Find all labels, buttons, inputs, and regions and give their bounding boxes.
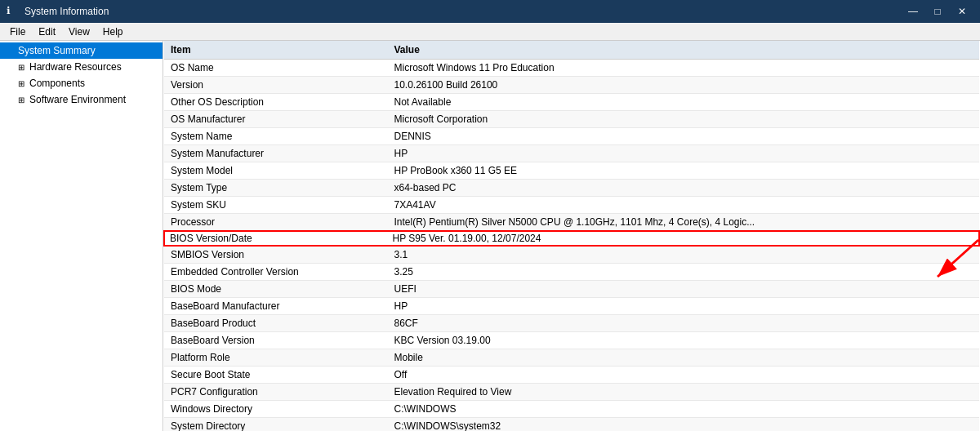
- expand-icon-system-summary: [5, 46, 15, 56]
- table-cell-item: System Directory: [164, 418, 387, 432]
- table-cell-value: HP ProBook x360 11 G5 EE: [387, 162, 979, 180]
- table-row: BIOS Version/DateHP S95 Ver. 01.19.00, 1…: [164, 231, 979, 246]
- table-cell-item: System Type: [164, 180, 387, 197]
- window-title: System Information: [24, 6, 109, 17]
- table-row: BIOS ModeUEFI: [164, 281, 979, 298]
- table-cell-value: Microsoft Windows 11 Pro Education: [387, 60, 979, 77]
- system-info-table: Item Value OS NameMicrosoft Windows 11 P…: [163, 41, 980, 431]
- table-row: BaseBoard VersionKBC Version 03.19.00: [164, 332, 979, 349]
- sidebar-item-components[interactable]: ⊞ Components: [0, 75, 163, 91]
- table-cell-item: Embedded Controller Version: [164, 264, 387, 281]
- table-row: BaseBoard Product86CF: [164, 315, 979, 332]
- sidebar-label-components: Components: [29, 78, 85, 89]
- table-cell-value: 86CF: [387, 315, 979, 332]
- expand-icon-hardware-resources: ⊞: [16, 62, 26, 72]
- table-cell-value: Off: [387, 367, 979, 384]
- table-cell-item: OS Name: [164, 60, 387, 77]
- table-row: Platform RoleMobile: [164, 349, 979, 367]
- table-cell-item: Secure Boot State: [164, 367, 387, 384]
- content-area: Item Value OS NameMicrosoft Windows 11 P…: [163, 41, 980, 431]
- table-row: Windows DirectoryC:\WINDOWS: [164, 401, 979, 418]
- table-cell-item: BaseBoard Product: [164, 315, 387, 332]
- sidebar-item-hardware-resources[interactable]: ⊞ Hardware Resources: [0, 59, 163, 75]
- table-cell-item: Processor: [164, 214, 387, 232]
- app-icon: ℹ: [7, 5, 20, 18]
- close-button[interactable]: ✕: [951, 3, 973, 20]
- table-cell-item: System SKU: [164, 197, 387, 214]
- table-cell-value: C:\WINDOWS: [387, 401, 979, 418]
- table-cell-value: HP: [387, 298, 979, 315]
- table-row: System DirectoryC:\WINDOWS\system32: [164, 418, 979, 432]
- expand-icon-components: ⊞: [16, 78, 26, 88]
- sidebar-label-software-environment: Software Environment: [29, 94, 126, 105]
- table-row: Secure Boot StateOff: [164, 367, 979, 384]
- title-bar-left: ℹ System Information: [7, 5, 109, 18]
- table-cell-item: OS Manufacturer: [164, 111, 387, 128]
- table-cell-value: C:\WINDOWS\system32: [387, 418, 979, 432]
- table-cell-value: 10.0.26100 Build 26100: [387, 77, 979, 94]
- table-row: System ModelHP ProBook x360 11 G5 EE: [164, 162, 979, 180]
- table-cell-item: Platform Role: [164, 349, 387, 367]
- sidebar-label-system-summary: System Summary: [18, 45, 96, 56]
- menu-edit[interactable]: Edit: [32, 24, 62, 39]
- table-cell-item: Other OS Description: [164, 94, 387, 111]
- table-cell-value: Not Available: [387, 94, 979, 111]
- table-cell-item: BaseBoard Manufacturer: [164, 298, 387, 315]
- table-cell-value: 3.25: [387, 264, 979, 281]
- menu-view[interactable]: View: [62, 24, 96, 39]
- table-cell-value: HP: [387, 145, 979, 162]
- table-cell-value: HP S95 Ver. 01.19.00, 12/07/2024: [387, 231, 979, 246]
- table-cell-item: PCR7 Configuration: [164, 384, 387, 401]
- sidebar-item-system-summary[interactable]: System Summary: [0, 42, 163, 59]
- menu-file[interactable]: File: [3, 24, 32, 39]
- table-cell-item: System Model: [164, 162, 387, 180]
- table-cell-item: SMBIOS Version: [164, 246, 387, 264]
- table-cell-value: Elevation Required to View: [387, 384, 979, 401]
- title-bar: ℹ System Information — □ ✕: [0, 0, 980, 23]
- table-row: Embedded Controller Version3.25: [164, 264, 979, 281]
- table-row: PCR7 ConfigurationElevation Required to …: [164, 384, 979, 401]
- main-container: System Summary ⊞ Hardware Resources ⊞ Co…: [0, 41, 980, 431]
- table-row: System NameDENNIS: [164, 128, 979, 145]
- window-controls: — □ ✕: [902, 3, 973, 20]
- table-cell-item: System Name: [164, 128, 387, 145]
- table-cell-value: 7XA41AV: [387, 197, 979, 214]
- table-cell-item: BIOS Version/Date: [164, 231, 387, 246]
- table-row: BaseBoard ManufacturerHP: [164, 298, 979, 315]
- table-row: Other OS DescriptionNot Available: [164, 94, 979, 111]
- expand-icon-software-environment: ⊞: [16, 95, 26, 104]
- sidebar-item-software-environment[interactable]: ⊞ Software Environment: [0, 91, 163, 108]
- table-row: System ManufacturerHP: [164, 145, 979, 162]
- table-cell-item: Version: [164, 77, 387, 94]
- menu-help[interactable]: Help: [96, 24, 130, 39]
- table-cell-value: x64-based PC: [387, 180, 979, 197]
- table-row: Version10.0.26100 Build 26100: [164, 77, 979, 94]
- table-cell-item: Windows Directory: [164, 401, 387, 418]
- table-cell-item: System Manufacturer: [164, 145, 387, 162]
- table-cell-value: UEFI: [387, 281, 979, 298]
- table-cell-item: BIOS Mode: [164, 281, 387, 298]
- table-cell-value: Mobile: [387, 349, 979, 367]
- menu-bar: File Edit View Help: [0, 23, 980, 41]
- column-header-item: Item: [164, 41, 387, 60]
- maximize-button[interactable]: □: [926, 3, 949, 20]
- minimize-button[interactable]: —: [902, 3, 924, 20]
- table-cell-item: BaseBoard Version: [164, 332, 387, 349]
- table-cell-value: 3.1: [387, 246, 979, 264]
- table-header-row: Item Value: [164, 41, 979, 60]
- table-row: OS NameMicrosoft Windows 11 Pro Educatio…: [164, 60, 979, 77]
- column-header-value: Value: [387, 41, 979, 60]
- table-row: System SKU7XA41AV: [164, 197, 979, 214]
- table-cell-value: KBC Version 03.19.00: [387, 332, 979, 349]
- table-cell-value: DENNIS: [387, 128, 979, 145]
- table-cell-value: Intel(R) Pentium(R) Silver N5000 CPU @ 1…: [387, 214, 979, 232]
- table-row: System Typex64-based PC: [164, 180, 979, 197]
- table-row: OS ManufacturerMicrosoft Corporation: [164, 111, 979, 128]
- table-cell-value: Microsoft Corporation: [387, 111, 979, 128]
- table-row: SMBIOS Version3.1: [164, 246, 979, 264]
- sidebar-label-hardware-resources: Hardware Resources: [29, 61, 122, 73]
- table-row: ProcessorIntel(R) Pentium(R) Silver N500…: [164, 214, 979, 232]
- sidebar: System Summary ⊞ Hardware Resources ⊞ Co…: [0, 41, 163, 431]
